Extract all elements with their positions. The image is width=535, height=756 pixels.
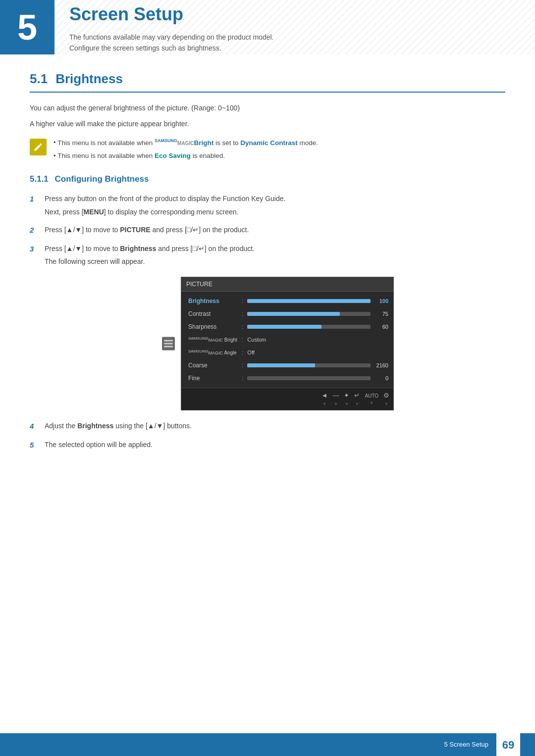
note-line-2: This menu is not available when Eco Savi… [54,151,318,161]
bottom-btn-left: ◄ ▼ [321,391,328,407]
step-number-2: 2 [30,224,45,236]
step-1-text: Press any button on the front of the pro… [45,193,505,204]
section-number: 5.1 [30,69,48,89]
step-1-subtext: Next, press [MENU] to display the corres… [45,206,505,217]
step-3-text: Press [▲/▼] to move to Brightness and pr… [45,243,505,254]
step-number-1: 1 [30,193,45,205]
menu-item-coarse: Coarse : 2160 [181,359,393,372]
subsection-number: 5.1.1 [30,174,49,184]
step-5: 5 The selected option will be applied. [30,439,505,451]
step-5-text: The selected option will be applied. [45,439,505,450]
step-1: 1 Press any button on the front of the p… [30,193,505,217]
step-number-3: 3 [30,243,45,255]
chapter-desc2: Configure the screen settings such as br… [69,43,273,53]
footer: 5 Screen Setup 69 [0,733,535,756]
step-3: 3 Press [▲/▼] to move to Brightness and … [30,243,505,267]
bottom-btn-minus: — ▼ [332,391,339,407]
chapter-header: 5 Screen Setup The functions available m… [0,0,535,54]
bottom-btn-plus: ✦ ▼ [344,391,349,407]
menu-item-sharpness: Sharpness : 60 [181,320,393,333]
step-number-4: 4 [30,420,45,432]
monitor-bottom-bar: ◄ ▼ — ▼ ✦ ▼ ↵ ▼ [181,388,393,410]
intro-line2: A higher value will make the picture app… [30,118,505,129]
bottom-btn-gear: ⚙ ▼ [383,391,389,407]
footer-text: 5 Screen Setup [444,740,488,750]
menu-item-brightness: Brightness : 100 [181,295,393,307]
monitor-menu: Brightness : 100 Contrast : [181,292,393,388]
monitor-container: PICTURE Brightness : 100 Contrast [69,277,505,410]
note-lines: This menu is not available when SAMSUNGM… [54,138,318,161]
bottom-btn-auto: AUTO ▼ [365,392,378,407]
chapter-title: Screen Setup [69,1,273,28]
chapter-number: 5 [0,0,54,54]
step-2-text: Press [▲/▼] to move to PICTURE and press… [45,224,505,235]
note-box: This menu is not available when SAMSUNGM… [30,138,505,161]
step-3-subtext: The following screen will appear. [45,256,505,267]
footer-page-number: 69 [496,733,520,756]
menu-item-magic-bright: SAMSUNGMAGIC Bright : Custom [181,333,393,346]
menu-item-contrast: Contrast : 75 [181,307,393,320]
note-line-1: This menu is not available when SAMSUNGM… [54,138,318,148]
menu-item-magic-angle: SAMSUNGMAGIC Angle : Off [181,346,393,359]
step-4: 4 Adjust the Brightness using the [▲/▼] … [30,420,505,432]
intro-line1: You can adjust the general brightness of… [30,102,505,113]
subsection-heading: 5.1.1 Configuring Brightness [30,173,505,186]
section-heading: 5.1 Brightness [30,69,505,93]
bottom-btn-enter: ↵ ▼ [354,391,360,407]
step-number-5: 5 [30,439,45,451]
step-4-text: Adjust the Brightness using the [▲/▼] bu… [45,420,505,431]
note-icon [30,139,47,155]
subsection-title: Configuring Brightness [55,174,149,184]
step-2: 2 Press [▲/▼] to move to PICTURE and pre… [30,224,505,236]
monitor-screen: PICTURE Brightness : 100 Contrast [181,277,394,410]
chapter-desc1: The functions available may vary dependi… [69,32,273,43]
monitor-title: PICTURE [181,277,393,292]
section-title: Brightness [55,69,123,89]
menu-item-fine: Fine : 0 [181,372,393,385]
